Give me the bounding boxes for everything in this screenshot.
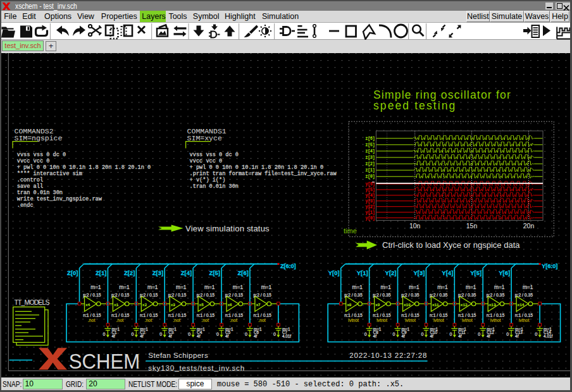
svg-text:4f: 4f <box>430 334 433 338</box>
svg-text:x14: x14 <box>518 303 525 307</box>
svg-text:m=1: m=1 <box>380 284 391 290</box>
svg-text:p:2 / 0.15: p:2 / 0.15 <box>197 293 215 298</box>
svg-text:4.01f: 4.01f <box>282 334 291 338</box>
svg-text:.not: .not <box>230 318 237 322</box>
svg-text:y[4]: y[4] <box>365 193 375 198</box>
svg-text:0: 0 <box>216 332 219 336</box>
svg-text:x3: x3 <box>171 303 176 307</box>
svg-text:sky130_tests/test_inv.sch: sky130_tests/test_inv.sch <box>148 364 245 372</box>
svg-text:save all: save all <box>17 183 43 190</box>
svg-text:p:2 / 0.35: p:2 / 0.35 <box>487 293 505 298</box>
svg-text:p:2 / 0.15: p:2 / 0.15 <box>168 293 187 298</box>
svg-text:p:2 / 0.35: p:2 / 0.35 <box>401 293 420 298</box>
svg-text:y[3]: y[3] <box>365 199 375 204</box>
svg-text:n:1 / 0.15: n:1 / 0.15 <box>344 313 363 317</box>
svg-text:y[1]: y[1] <box>365 211 375 215</box>
svg-text:Z[4]: Z[4] <box>181 269 192 276</box>
svg-text:Z[6]: Z[6] <box>237 269 248 276</box>
svg-text:Y[5]: Y[5] <box>470 269 482 276</box>
svg-text:lvtnot: lvtnot <box>348 318 359 322</box>
svg-text:n:1 / 0.15: n:1 / 0.15 <box>225 313 244 317</box>
svg-text:z[5]: z[5] <box>365 143 375 147</box>
svg-text:x7: x7 <box>256 303 261 307</box>
svg-text:0: 0 <box>188 332 190 336</box>
svg-text:Stefan Schippers: Stefan Schippers <box>148 352 208 359</box>
svg-text:.print tran format=raw file=te: .print tran format=raw file=test_inv_xyc… <box>190 171 337 177</box>
svg-text:4f: 4f <box>225 334 229 338</box>
svg-text:z[3]: z[3] <box>365 156 375 160</box>
svg-text:Y[3]: Y[3] <box>413 269 425 276</box>
svg-text:.not: .not <box>173 318 180 322</box>
svg-text:2022-10-13 22:27:28: 2022-10-13 22:27:28 <box>349 352 427 359</box>
svg-text:4f: 4f <box>197 334 201 338</box>
svg-text:n:1 / 0.15: n:1 / 0.15 <box>254 313 272 317</box>
svg-text:m=1: m=1 <box>90 284 101 290</box>
svg-text:20n: 20n <box>523 222 535 230</box>
svg-text:x13: x13 <box>489 303 496 307</box>
svg-text:Y[4]: Y[4] <box>442 269 453 276</box>
svg-text:SIM=xyce: SIM=xyce <box>187 134 222 142</box>
svg-text:x4: x4 <box>85 303 90 307</box>
svg-text:Z[1]: Z[1] <box>96 269 106 276</box>
svg-text:**** interactive sim: **** interactive sim <box>17 171 82 177</box>
svg-text:z[6]: z[6] <box>365 137 375 141</box>
svg-text:n:1 / 0.15: n:1 / 0.15 <box>430 313 448 317</box>
svg-text:p:2 / 0.35: p:2 / 0.35 <box>515 293 533 298</box>
svg-text:z[2]: z[2] <box>365 162 375 166</box>
svg-text:p:2 / 0.35: p:2 / 0.35 <box>344 293 363 298</box>
svg-text:0: 0 <box>245 332 247 336</box>
svg-text:m=1: m=1 <box>409 284 420 290</box>
svg-text:m=1: m=1 <box>437 284 448 290</box>
svg-text:4f: 4f <box>487 334 490 338</box>
svg-text:y[2]: y[2] <box>365 205 375 209</box>
svg-text:p:2 / 0.15: p:2 / 0.15 <box>254 293 272 298</box>
svg-text:TT_MODELS: TT_MODELS <box>15 298 50 306</box>
svg-text:4.01f: 4.01f <box>544 334 552 338</box>
svg-text:lvtnot: lvtnot <box>490 318 501 322</box>
svg-text:p:2 / 0.35: p:2 / 0.35 <box>458 293 476 298</box>
svg-text:Z[0]: Z[0] <box>67 269 78 276</box>
svg-text:m=1: m=1 <box>523 284 533 290</box>
svg-text:tran 0.01n 30n: tran 0.01n 30n <box>17 190 63 196</box>
svg-text:x2: x2 <box>142 303 147 307</box>
svg-text:n:1 / 0.15: n:1 / 0.15 <box>197 313 215 317</box>
svg-text:x10: x10 <box>404 303 411 307</box>
svg-text:p:2 / 0.15: p:2 / 0.15 <box>111 293 130 298</box>
svg-text:p:2 / 0.35: p:2 / 0.35 <box>373 293 391 298</box>
svg-text:10n: 10n <box>409 222 421 230</box>
svg-text:m=1: m=1 <box>119 284 130 290</box>
svg-text:p:2 / 0.15: p:2 / 0.15 <box>140 293 158 298</box>
svg-text:vvcc vcc 0: vvcc vcc 0 <box>190 158 223 164</box>
svg-text:n:1 / 0.15: n:1 / 0.15 <box>487 313 505 317</box>
svg-text:0: 0 <box>364 332 367 336</box>
svg-text:y[6]: y[6] <box>365 182 375 187</box>
svg-text:0: 0 <box>449 332 452 336</box>
svg-text:vvcc vcc 0: vvcc vcc 0 <box>17 158 50 164</box>
svg-text:y[0]: y[0] <box>365 216 375 221</box>
svg-text:write test_inv_ngspice.raw: write test_inv_ngspice.raw <box>17 196 103 202</box>
svg-text:m=1: m=1 <box>494 284 505 290</box>
svg-text:Y[2]: Y[2] <box>385 269 397 276</box>
svg-text:0: 0 <box>273 332 276 336</box>
svg-text:15n: 15n <box>466 222 478 230</box>
svg-text:Z[5]: Z[5] <box>209 269 220 276</box>
svg-text:lvtnot: lvtnot <box>405 318 416 322</box>
svg-text:0: 0 <box>535 332 537 336</box>
svg-text:.not: .not <box>144 318 152 322</box>
svg-text:z[1]: z[1] <box>365 168 375 173</box>
svg-text:0: 0 <box>131 332 134 336</box>
svg-text:.endc: .endc <box>17 202 34 209</box>
svg-text:.not: .not <box>258 318 266 322</box>
svg-text:Y[0]: Y[0] <box>328 269 340 276</box>
svg-text:lvtnot: lvtnot <box>462 318 473 322</box>
svg-text:0: 0 <box>478 332 480 336</box>
svg-text:m=1: m=1 <box>147 284 158 290</box>
svg-text:n:1 / 0.15: n:1 / 0.15 <box>140 313 158 317</box>
svg-text:m=1: m=1 <box>352 284 363 290</box>
svg-text:Y[1]: Y[1] <box>357 269 368 276</box>
svg-text:0: 0 <box>393 332 395 336</box>
svg-text:.tran 0.01n 30n: .tran 0.01n 30n <box>190 183 239 190</box>
svg-text:x8: x8 <box>347 303 352 307</box>
svg-text:4f: 4f <box>168 334 172 338</box>
svg-text:n:1 / 0.15: n:1 / 0.15 <box>401 313 420 317</box>
